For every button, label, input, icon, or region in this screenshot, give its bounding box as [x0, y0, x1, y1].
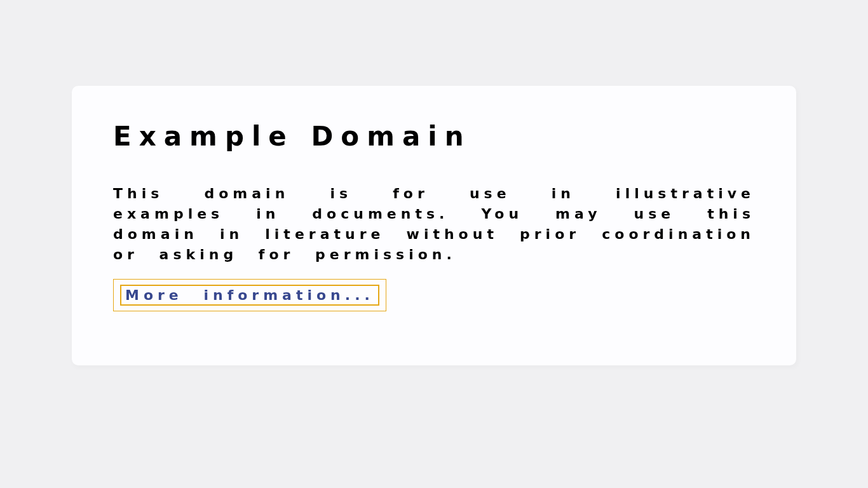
- more-information-link[interactable]: More information...: [120, 285, 379, 306]
- page-title: Example Domain: [113, 121, 755, 152]
- description-text: This domain is for use in illustrative e…: [113, 184, 755, 265]
- content-card: Example Domain This domain is for use in…: [72, 86, 796, 365]
- link-highlight-box: More information...: [113, 279, 386, 311]
